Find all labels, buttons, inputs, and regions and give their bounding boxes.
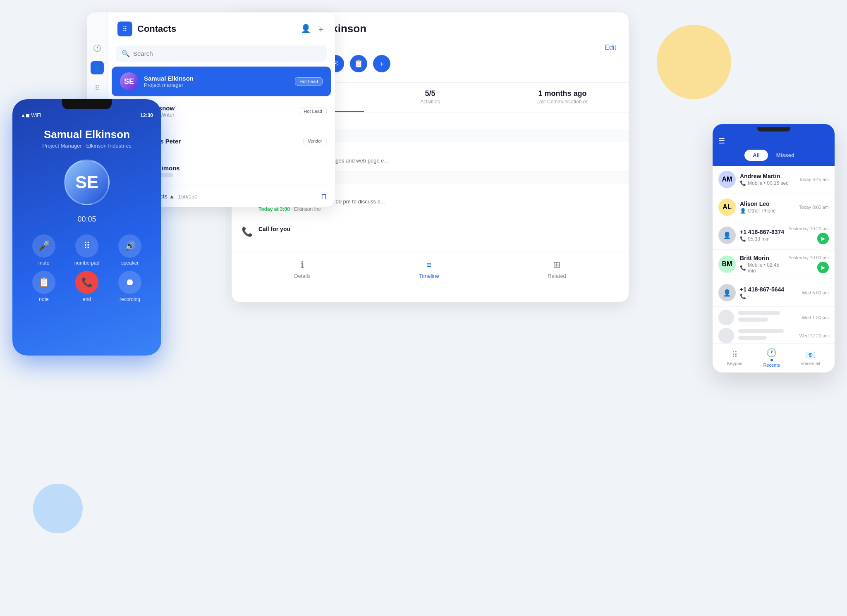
phone-action-recording[interactable]: ⏺ recording [111,271,149,302]
recents-name-1: Alison Leo [740,201,795,207]
phone-panel: ▲◼ WiFi 12:30 Samual Elkinson Project Ma… [12,99,161,356]
recents-info-0: Andrew Martin 📞 Mobile • 00:15 sec [740,173,795,186]
contacts-search-bar[interactable]: 🔍 [116,45,327,62]
recents-list: AM Andrew Martin 📞 Mobile • 00:15 sec To… [713,166,835,343]
contact-name-2: Frances Peter [140,138,297,145]
recents-avatar-2: 👤 [718,227,736,244]
speaker-label: speaker [121,260,139,266]
recents-sub-1: 👤 Other Phone [740,208,795,214]
mute-label: mute [38,260,50,266]
voicemail-label: Voicemail [801,361,820,366]
bottom-tab-timeline[interactable]: ≡ Timeline [419,260,439,279]
contact-name-1: Aliver snow [140,105,293,112]
bottom-tab-related[interactable]: ⊞ Related [548,260,566,279]
phone-sub-icon-3: 📞 [740,265,746,271]
placeholder-line-0a [738,311,780,315]
phone-action-mute[interactable]: 🎤 mute [25,234,63,266]
placeholder-line-1a [738,329,784,333]
contacts-title: Contacts [137,24,296,34]
add-person-icon[interactable]: 👤 [301,24,311,35]
contact-role-1: Content Writer [140,112,293,118]
contact-info-0: Samual Elkinson Project manager [144,75,289,88]
recents-tabs-row: All Missed [713,150,835,166]
filter-icon[interactable]: ⊓ [321,192,327,201]
tab-activities[interactable]: 5/5 Activities [364,83,496,112]
recents-menu-icon[interactable]: ☰ [718,136,725,146]
recording-button[interactable]: ⏺ [118,271,141,294]
contact-avatar-0: SE [120,72,138,91]
phone-caller-info: Samual Elkinson Project Manager · Elkins… [12,118,161,153]
bottom-tab-details[interactable]: ℹ Details [294,260,311,279]
recents-bottom-recents[interactable]: 🕐 Recents [763,348,780,368]
recents-tab-all[interactable]: All [744,150,768,161]
phone-time: 12:30 [140,112,153,118]
phone-action-numberpad[interactable]: ⠿ numberpad [68,234,106,266]
phone-action-note[interactable]: 📋 note [25,271,63,302]
recents-time-col-2: Yesterday 10:20 pm ▶ [789,226,829,244]
bg-decoration-blue [33,484,83,533]
sidebar-icon-person[interactable]: 👤 [91,61,104,74]
phone-actions: 🎤 mute ⠿ numberpad 🔊 speaker 📋 note 📞 en… [12,230,161,306]
numberpad-button[interactable]: ⠿ [75,234,98,258]
phone-caller-name: Samual Elkinson [21,128,153,141]
recents-avatar-0: AM [718,171,736,188]
recents-item-0[interactable]: AM Andrew Martin 📞 Mobile • 00:15 sec To… [713,166,835,193]
end-call-button[interactable]: 📞 [75,271,98,294]
recents-status-bar [713,124,835,133]
more-button[interactable]: ＋ [373,55,390,72]
phone-action-end[interactable]: 📞 end [68,271,106,302]
sidebar-icon-clock[interactable]: 🕐 [91,41,104,55]
timeline-icon: ≡ [426,260,432,270]
recents-icon: 🕐 [766,348,777,358]
recents-time-3: Yesterday 10:00 pm [789,255,829,260]
placeholder-avatar-0 [718,310,734,325]
recents-tab-missed[interactable]: Missed [768,150,803,161]
add-contact-icon[interactable]: ＋ [317,24,325,35]
recents-item-3[interactable]: BM Britt Morin 📞 Mobile • 02:45 min Yest… [713,250,835,279]
recents-time-col-0: Today 9:45 am [799,177,829,182]
recents-name-3: Britt Morin [740,255,785,261]
recents-time-col-1: Today 8:00 am [799,205,829,210]
tab-activities-val: 5/5 [368,89,492,98]
call-icon-1: 📞 [242,227,253,237]
recents-bottom-voicemail[interactable]: 📧 Voicemail [801,350,820,366]
phone-caller-sub: Project Manager · Elkinson Industries [21,143,153,149]
contact-role-3 [140,173,327,177]
search-input[interactable] [133,50,321,57]
phone-avatar-wrap: SE [12,153,161,212]
edit-button[interactable]: Edit [605,44,616,51]
tab-last-comm[interactable]: 1 months ago Last Communication on [496,83,629,112]
recents-bottom-bar: ⠿ Keypad 🕐 Recents 📧 Voicemail [713,343,835,372]
placeholder-avatar-1 [718,328,734,344]
upcoming-time-0: Today at 3:00 [258,206,290,212]
contacts-header-icons: 👤 ＋ [301,24,325,35]
recents-item-2[interactable]: 👤 +1 418-867-8374 📞 05:33 min Yesterday … [713,221,835,250]
timeline-label: Timeline [419,273,439,279]
note-button-phone[interactable]: 📋 [32,271,55,294]
phone-signal-icons: ▲◼ WiFi [21,112,41,118]
phone-sub-icon-0: 📞 [740,180,746,186]
speaker-button[interactable]: 🔊 [118,234,141,258]
placeholder-line-1b [738,336,767,340]
upcoming-item-1: 📞 Call for you [232,219,629,244]
recents-bottom-keypad[interactable]: ⠿ Keypad [727,350,742,366]
phone-action-speaker[interactable]: 🔊 speaker [111,234,149,266]
recents-info-1: Alison Leo 👤 Other Phone [740,201,795,214]
recents-item-4[interactable]: 👤 +1 418-867-5644 📞 · Wed 5:00 pm [713,279,835,307]
numberpad-label: numberpad [74,260,100,266]
mute-button[interactable]: 🎤 [32,234,55,258]
sidebar-icon-grid[interactable]: ⠿ [91,81,104,94]
contact-item-selected[interactable]: SE Samual Elkinson Project manager Hot L… [112,67,331,96]
contact-role-0: Project manager [144,82,289,88]
play-button-2[interactable]: ▶ [817,233,829,244]
note-button[interactable]: 📋 [350,55,367,72]
upcoming-title-1: Call for you [258,226,290,232]
recents-sub-0: 📞 Mobile • 00:15 sec [740,180,795,186]
contacts-header: ⠿ Contacts 👤 ＋ [108,12,335,45]
play-button-3[interactable]: ▶ [817,262,829,273]
contact-info-2: Frances Peter [140,138,297,145]
contacts-footer-count: 150/150 [178,193,197,200]
upcoming-company-name-0: Elkinson Inc [294,206,321,212]
recents-item-1[interactable]: AL Alison Leo 👤 Other Phone Today 8:00 a… [713,193,835,221]
recents-time-1: Today 8:00 am [799,205,829,210]
